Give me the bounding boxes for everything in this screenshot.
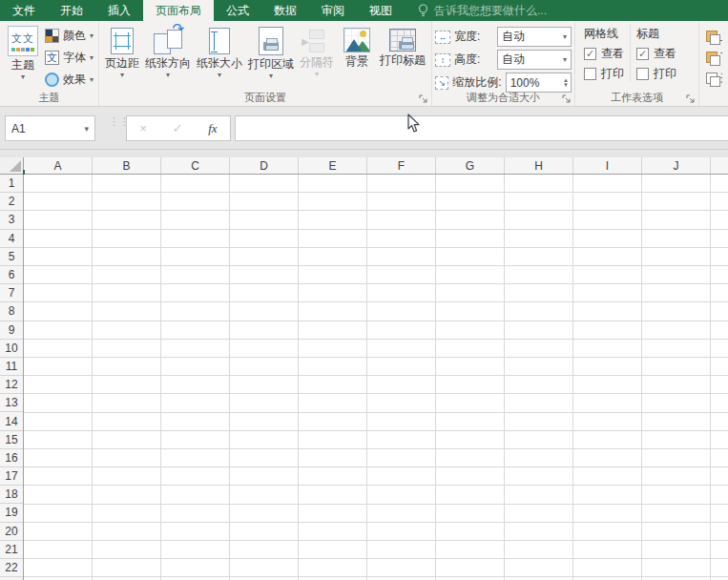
themes-button[interactable]: 文文 主题 ▾ — [3, 24, 43, 91]
row-header[interactable]: 21 — [0, 541, 23, 559]
column-header-f[interactable]: F — [367, 157, 436, 174]
spinner-down-icon[interactable]: ▼ — [563, 83, 569, 88]
tab-review[interactable]: 审阅 — [309, 0, 357, 21]
row-header[interactable]: 17 — [0, 467, 23, 486]
tab-data[interactable]: 数据 — [261, 0, 309, 21]
tab-page-layout[interactable]: 页面布局 — [143, 0, 214, 21]
row-header[interactable]: 12 — [0, 376, 23, 394]
tab-view[interactable]: 视图 — [357, 0, 405, 21]
gridlines-print-checkbox-row[interactable]: 打印 — [584, 65, 624, 82]
selection-pane-button[interactable]: 选 — [706, 70, 722, 87]
orientation-label: 纸张方向 — [145, 57, 191, 70]
checkbox-unchecked-icon[interactable] — [584, 68, 596, 80]
row-header[interactable]: 14 — [0, 412, 23, 430]
bring-forward-button[interactable]: 上 — [706, 28, 722, 45]
column-header-h[interactable]: H — [505, 157, 573, 174]
select-all-button[interactable] — [0, 157, 24, 174]
column-header-e[interactable]: E — [299, 157, 367, 174]
tab-file[interactable]: 文件 — [0, 0, 48, 21]
ribbon-tab-bar: 文件 开始 插入 页面布局 公式 数据 审阅 视图 告诉我您想要做什么... — [0, 0, 728, 21]
headings-print-label: 打印 — [654, 66, 676, 82]
gridlines-options: 网格线 ✓ 查看 打印 — [578, 24, 630, 82]
row-header[interactable]: 8 — [0, 302, 23, 321]
row-header[interactable]: 10 — [0, 340, 23, 358]
print-area-button[interactable]: 打印区域 ▾ — [245, 24, 297, 91]
row-header[interactable]: 16 — [0, 449, 23, 467]
print-titles-button[interactable]: 打印标题 — [377, 24, 428, 91]
cells-area[interactable] — [24, 175, 728, 580]
group-page-setup: 页边距 ▾ ↷ 纸张方向 ▾ 纸张大小 ▾ 打印区域 ▾ ▶ — [98, 21, 431, 106]
row-header-column: 1 2 3 4 5 6 7 8 9 10 11 12 13 14 15 16 1… — [0, 175, 24, 580]
height-combobox[interactable]: 自动 ▾ — [497, 50, 572, 70]
orientation-button[interactable]: ↷ 纸张方向 ▾ — [142, 24, 194, 91]
checkbox-checked-icon[interactable]: ✓ — [636, 48, 649, 60]
row-header[interactable]: 6 — [0, 266, 23, 284]
row-header[interactable]: 5 — [0, 248, 23, 266]
checkbox-checked-icon[interactable]: ✓ — [584, 48, 596, 60]
row-header[interactable]: 22 — [0, 559, 23, 577]
row-header[interactable]: 1 — [0, 175, 23, 193]
chevron-down-icon: ▾ — [84, 124, 89, 134]
row-header[interactable]: 4 — [0, 230, 23, 248]
theme-effects-button[interactable]: 效果 ▾ — [43, 70, 95, 90]
headings-print-checkbox-row[interactable]: 打印 — [636, 65, 676, 82]
gridlines-view-checkbox-row[interactable]: ✓ 查看 — [584, 45, 624, 62]
tab-formulas[interactable]: 公式 — [214, 0, 261, 21]
row-header[interactable]: 9 — [0, 321, 23, 340]
dialog-launcher-icon[interactable] — [419, 94, 428, 104]
theme-fonts-button[interactable]: 文 字体 ▾ — [43, 48, 95, 68]
column-header-a[interactable]: A — [24, 157, 93, 174]
breaks-icon: ▶ — [304, 29, 329, 53]
column-header-g[interactable]: G — [436, 157, 505, 174]
headings-view-checkbox-row[interactable]: ✓ 查看 — [636, 45, 676, 62]
width-combobox[interactable]: 自动 ▾ — [497, 27, 572, 47]
row-header[interactable]: 18 — [0, 486, 23, 504]
column-header-i[interactable]: I — [573, 157, 642, 174]
column-header-d[interactable]: D — [230, 157, 299, 174]
paper-size-button[interactable]: 纸张大小 ▾ — [194, 24, 245, 91]
grid-body: 1 2 3 4 5 6 7 8 9 10 11 12 13 14 15 16 1… — [0, 175, 728, 580]
formula-bar-grip[interactable]: ⋮⋮ — [109, 118, 116, 125]
themes-button-label: 主题 — [11, 59, 34, 72]
scale-spinner[interactable]: 100% ▲ ▼ — [506, 72, 572, 93]
tell-me-box[interactable]: 告诉我您想要做什么... — [405, 0, 547, 21]
name-box-value: A1 — [11, 122, 26, 135]
group-themes: 文文 主题 ▾ 颜色 ▾ 文 字体 ▾ 效 — [0, 21, 98, 106]
selection-corner-artifact — [23, 170, 25, 175]
row-header[interactable]: 2 — [0, 193, 23, 211]
row-header[interactable]: 3 — [0, 211, 23, 229]
row-header[interactable]: 7 — [0, 284, 23, 302]
print-titles-label: 打印标题 — [380, 54, 426, 67]
row-header[interactable]: 19 — [0, 504, 23, 522]
row-header[interactable]: 13 — [0, 394, 23, 412]
dialog-launcher-icon[interactable] — [686, 94, 696, 104]
chevron-down-icon: ▾ — [166, 72, 170, 79]
row-header[interactable]: 20 — [0, 523, 23, 541]
theme-fonts-label: 字体 — [63, 50, 86, 66]
dialog-launcher-icon[interactable] — [562, 94, 572, 104]
group-label-themes: 主题 — [0, 91, 98, 105]
theme-colors-button[interactable]: 颜色 ▾ — [43, 26, 95, 46]
formula-bar-row: A1 ▾ ⋮⋮ × ✓ fx — [0, 107, 728, 150]
chevron-down-icon: ▾ — [563, 55, 567, 64]
send-backward-icon — [706, 52, 718, 63]
column-header-c[interactable]: C — [161, 157, 230, 174]
send-backward-button[interactable]: 下 — [706, 49, 722, 66]
theme-fonts-icon: 文 — [45, 51, 59, 65]
tab-home[interactable]: 开始 — [48, 0, 95, 21]
name-box[interactable]: A1 ▾ — [5, 115, 95, 141]
margins-icon — [111, 28, 134, 54]
row-header[interactable]: 11 — [0, 358, 23, 376]
insert-function-icon[interactable]: fx — [208, 121, 217, 136]
gridlines-print-label: 打印 — [601, 66, 624, 82]
formula-input[interactable] — [235, 115, 728, 141]
column-header-partial[interactable] — [711, 157, 728, 174]
checkbox-unchecked-icon[interactable] — [636, 68, 649, 80]
column-header-b[interactable]: B — [93, 157, 161, 174]
column-header-j[interactable]: J — [642, 157, 711, 174]
tab-insert[interactable]: 插入 — [95, 0, 143, 21]
group-scale-to-fit: ↔ 宽度: 自动 ▾ ↕ 高度: 自动 ▾ ↘ 缩放比例: 100% — [431, 21, 574, 106]
row-header[interactable]: 15 — [0, 431, 23, 449]
background-button[interactable]: 背景 — [337, 24, 377, 91]
margins-button[interactable]: 页边距 ▾ — [102, 24, 142, 91]
